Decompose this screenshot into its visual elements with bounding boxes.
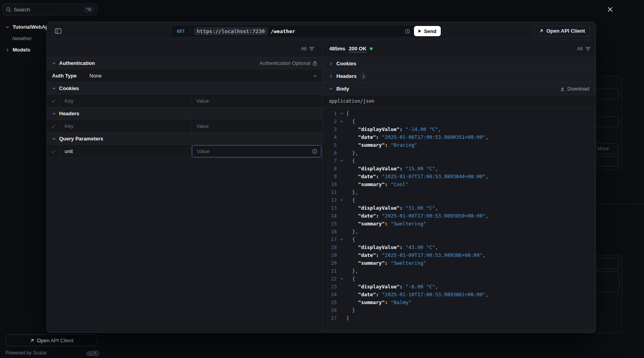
method-badge: GET [172,29,190,34]
fold-chevron-icon[interactable] [337,118,346,125]
row-enabled-check-icon[interactable] [47,94,60,107]
code-line: 12 { [323,196,596,204]
code-text: "date": "2025-01-08T17:00:53.9893859+08:… [346,212,488,220]
fold-spacer [337,259,346,267]
fold-chevron-icon[interactable] [337,275,346,283]
fold-spacer [337,212,346,220]
line-number: 15 [323,220,337,228]
url-path: /weather [271,28,295,34]
fold-spacer [337,306,346,314]
fold-chevron-icon[interactable] [337,157,346,165]
code-text: { [346,118,355,125]
section-query-parameters[interactable]: Query Parameters [47,133,322,145]
code-line: 2 { [323,118,596,125]
open-api-client-button-sidebar[interactable]: Open API Client [6,334,98,346]
status-ok-dot [370,47,373,50]
code-text: "displayValue": "-14.00 °C", [346,125,441,133]
fold-spacer [337,283,346,291]
code-text: "date": "2025-01-10T17:00:53.9893861+08:… [346,291,488,299]
auth-type-select[interactable]: Auth Type None [47,69,322,83]
code-line: 18 "displayValue": "43.00 °C", [323,244,596,251]
code-line: 5 "summary": "Bracing" [323,141,596,149]
chevron-right-icon [329,62,333,66]
line-number: 26 [323,306,337,314]
response-panel: 485ms 200 OK All Cookies [323,40,596,332]
response-section-headers[interactable]: Headers 3 [323,70,596,83]
chevron-down-icon [52,87,56,90]
response-section-cookies[interactable]: Cookies [323,57,596,70]
code-text: "date": "2025-01-09T17:00:53.989386+08:0… [346,251,486,259]
code-line: 4 "date": "2025-01-06T17:00:53.9890351+0… [323,133,596,141]
line-number: 21 [323,267,337,275]
divider [190,28,191,35]
dark-mode-toggle[interactable]: ☾ [86,351,98,356]
section-authentication[interactable]: Authentication Authentication Optional [47,57,322,69]
line-number: 17 [323,236,337,244]
headers-row [47,120,322,133]
row-enabled-check-icon[interactable] [47,145,60,158]
send-button[interactable]: Send [414,26,441,36]
code-line: 3 "displayValue": "-14.00 °C", [323,125,596,133]
code-text: { [346,196,355,204]
row-enabled-check-icon[interactable] [47,120,60,133]
fold-chevron-icon[interactable] [337,110,346,118]
line-number: 23 [323,283,337,291]
code-text: }, [346,149,358,157]
section-headers[interactable]: Headers [47,108,322,120]
response-section-body[interactable]: Body Download [323,83,596,95]
code-line: 14 "date": "2025-01-08T17:00:53.9893859+… [323,212,596,220]
chevron-down-icon [52,61,56,65]
cookie-value-input[interactable] [191,94,322,107]
chevron-down-icon [52,137,56,141]
search-input[interactable]: Search ^K [2,4,97,15]
modal-footer-strip [323,330,596,332]
cookie-key-input[interactable] [60,94,191,107]
fold-chevron-icon[interactable] [337,236,346,244]
arrow-up-right-icon [539,29,544,33]
line-number: 19 [323,251,337,259]
chevron-down-icon [313,74,317,78]
history-icon[interactable] [402,26,412,36]
download-icon [560,87,565,91]
code-line: 11 }, [323,188,596,196]
close-icon[interactable] [604,4,616,15]
section-title: Headers [59,111,79,116]
header-key-input[interactable] [60,120,191,133]
open-api-client-button-top[interactable]: Open API Client [534,26,590,37]
code-text: "displayValue": "15.00 °C", [346,165,438,173]
code-line: 19 "date": "2025-01-09T17:00:53.989386+0… [323,251,596,259]
address-bar[interactable]: GET https://localhost:7230 /weather Send [171,25,442,37]
open-api-client-label: Open API Client [546,28,585,34]
code-text: }, [346,228,358,236]
line-number: 13 [323,204,337,212]
response-duration: 485ms [329,46,345,52]
lock-icon [313,61,317,66]
info-icon[interactable] [312,149,317,154]
line-number: 18 [323,244,337,251]
request-filter-all[interactable]: All [301,46,314,52]
response-status[interactable]: 200 OK [349,46,366,52]
code-text: }, [346,267,358,275]
download-button[interactable]: Download [560,86,589,92]
code-text: "summary": "Cool" [346,181,408,188]
response-filter-all[interactable]: All [577,46,590,52]
query-value-input[interactable] [192,146,321,157]
code-line: 27] [323,314,596,322]
powered-by-scalar[interactable]: Powered by Scalar [6,350,47,356]
auth-type-label: Auth Type [52,73,89,79]
headers-count-badge: 3 [360,73,367,79]
section-cookies[interactable]: Cookies [47,83,322,94]
fold-spacer [337,267,346,275]
code-text: "summary": "Bracing" [346,141,418,149]
download-label: Download [567,86,589,92]
line-number: 16 [323,228,337,236]
sidebar-item-label: /weather [12,35,32,41]
query-key-input[interactable] [60,145,191,158]
header-value-input[interactable] [191,120,322,133]
fold-spacer [337,188,346,196]
fold-chevron-icon[interactable] [337,196,346,204]
chevron-right-icon [329,74,333,78]
auth-optional-label: Authentication Optional [260,61,310,66]
fold-spacer [337,251,346,259]
sidebar-toggle-icon[interactable] [52,26,63,37]
